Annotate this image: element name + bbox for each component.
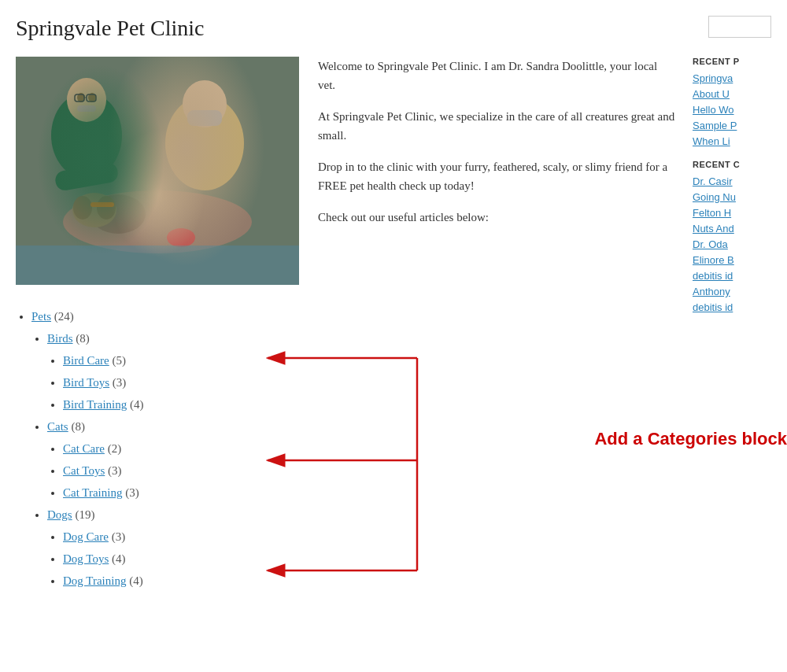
list-item: Birds (8) Bird Care (5) Bird Toy	[47, 329, 677, 414]
sidebar-comment-9[interactable]: debitis id	[693, 301, 771, 313]
site-title: Springvale Pet Clinic	[16, 16, 771, 41]
svg-point-11	[183, 80, 227, 127]
svg-point-15	[72, 193, 116, 227]
cat-toys-link[interactable]: Cat Toys	[63, 464, 105, 477]
birds-count: (8)	[76, 332, 90, 345]
sidebar-post-4[interactable]: Sample P	[693, 120, 771, 131]
intro-text: Welcome to Springvale Pet Clinic. I am D…	[318, 57, 677, 285]
recent-comments-title: RECENT C	[693, 160, 771, 169]
intro-section: Welcome to Springvale Pet Clinic. I am D…	[16, 57, 677, 285]
list-item: Bird Care (5)	[63, 351, 677, 370]
sidebar-comment-4[interactable]: Nuts And	[693, 223, 771, 234]
sidebar-comment-1[interactable]: Dr. Casir	[693, 175, 771, 187]
list-item: Dog Care (3)	[63, 527, 677, 546]
svg-rect-0	[16, 57, 299, 285]
dog-training-count: (4)	[129, 574, 143, 587]
search-input[interactable]	[708, 16, 771, 38]
content-area: Welcome to Springvale Pet Clinic. I am D…	[16, 57, 771, 593]
sidebar-comment-5[interactable]: Dr. Oda	[693, 238, 771, 250]
main-content: Welcome to Springvale Pet Clinic. I am D…	[16, 57, 677, 593]
sidebar: RECENT P Springva About U Hello Wo Sampl…	[677, 57, 771, 593]
list-item: Cat Care (2)	[63, 439, 677, 458]
cat-training-count: (3)	[125, 486, 139, 499]
cat-toys-count: (3)	[108, 464, 122, 477]
sidebar-post-1[interactable]: Springva	[693, 72, 771, 84]
sidebar-comment-8[interactable]: Anthony	[693, 286, 771, 297]
annotation-container: Pets (24) Birds (8) Bird Care (	[16, 307, 677, 590]
svg-rect-7	[87, 94, 96, 102]
bird-training-count: (4)	[130, 398, 144, 411]
svg-point-4	[88, 93, 96, 102]
cat-care-count: (2)	[108, 442, 122, 455]
sidebar-comment-2[interactable]: Going Nu	[693, 191, 771, 203]
pets-link[interactable]: Pets	[31, 310, 51, 323]
dogs-link[interactable]: Dogs	[47, 508, 72, 521]
list-item: Pets (24) Birds (8) Bird Care (	[31, 307, 677, 590]
svg-rect-6	[75, 94, 84, 102]
cat-training-link[interactable]: Cat Training	[63, 486, 122, 499]
clinic-image	[16, 57, 299, 285]
dog-care-count: (3)	[112, 530, 126, 543]
svg-rect-12	[187, 110, 222, 126]
svg-rect-21	[16, 57, 299, 285]
list-item: Bird Toys (3)	[63, 373, 677, 392]
svg-point-18	[167, 228, 195, 247]
svg-rect-9	[54, 161, 120, 192]
sidebar-comment-7[interactable]: debitis id	[693, 270, 771, 282]
recent-posts-title: RECENT P	[693, 57, 771, 66]
bird-training-link[interactable]: Bird Training	[63, 398, 127, 411]
sidebar-post-3[interactable]: Hello Wo	[693, 104, 771, 116]
cat-care-link[interactable]: Cat Care	[63, 442, 105, 455]
list-item: Dog Training (4)	[63, 571, 677, 590]
sidebar-post-5[interactable]: When Li	[693, 135, 771, 147]
bird-care-count: (5)	[112, 354, 126, 367]
sidebar-comment-3[interactable]: Felton H	[693, 207, 771, 219]
svg-rect-20	[91, 202, 114, 207]
dog-toys-link[interactable]: Dog Toys	[63, 552, 109, 565]
svg-point-16	[73, 196, 92, 220]
intro-paragraph-4: Check out our useful articles below:	[318, 208, 677, 227]
svg-point-14	[91, 194, 146, 234]
cats-count: (8)	[71, 420, 85, 433]
pets-sublist: Birds (8) Bird Care (5) Bird Toy	[31, 329, 677, 590]
svg-point-2	[67, 78, 106, 122]
svg-rect-5	[77, 105, 96, 112]
pets-count: (24)	[54, 310, 74, 323]
intro-paragraph-2: At Springvale Pet Clinic, we specialize …	[318, 107, 677, 145]
bird-toys-count: (3)	[113, 376, 127, 389]
svg-point-3	[77, 93, 85, 102]
svg-point-1	[51, 92, 122, 179]
list-item: Dog Toys (4)	[63, 549, 677, 568]
dogs-sublist: Dog Care (3) Dog Toys (4)	[47, 527, 677, 590]
birds-link[interactable]: Birds	[47, 332, 73, 345]
bird-toys-link[interactable]: Bird Toys	[63, 376, 109, 389]
cats-sublist: Cat Care (2) Cat Toys (3)	[47, 439, 677, 502]
svg-point-13	[63, 190, 252, 253]
bird-care-link[interactable]: Bird Care	[63, 354, 109, 367]
dog-training-link[interactable]: Dog Training	[63, 574, 126, 587]
categories-list: Pets (24) Birds (8) Bird Care (	[16, 307, 677, 590]
dog-care-link[interactable]: Dog Care	[63, 530, 109, 543]
sidebar-comment-6[interactable]: Elinore B	[693, 254, 771, 266]
svg-point-10	[165, 96, 244, 190]
cats-link[interactable]: Cats	[47, 420, 68, 433]
list-item: Cats (8) Cat Care (2) Cat Toys	[47, 417, 677, 502]
categories-section: Pets (24) Birds (8) Bird Care (	[16, 307, 677, 590]
svg-point-17	[97, 196, 116, 220]
intro-paragraph-1: Welcome to Springvale Pet Clinic. I am D…	[318, 57, 677, 94]
clinic-image-placeholder	[16, 57, 299, 285]
page-wrapper: Springvale Pet Clinic	[0, 0, 787, 609]
list-item: Bird Training (4)	[63, 395, 677, 414]
list-item: Dogs (19) Dog Care (3) Dog Toys	[47, 505, 677, 590]
birds-sublist: Bird Care (5) Bird Toys (3)	[47, 351, 677, 414]
intro-paragraph-3: Drop in to the clinic with your furry, f…	[318, 157, 677, 195]
sidebar-post-2[interactable]: About U	[693, 88, 771, 100]
list-item: Cat Toys (3)	[63, 461, 677, 480]
svg-rect-19	[16, 246, 299, 285]
dog-toys-count: (4)	[112, 552, 126, 565]
list-item: Cat Training (3)	[63, 483, 677, 502]
clinic-image-svg	[16, 57, 299, 285]
dogs-count: (19)	[75, 508, 94, 521]
